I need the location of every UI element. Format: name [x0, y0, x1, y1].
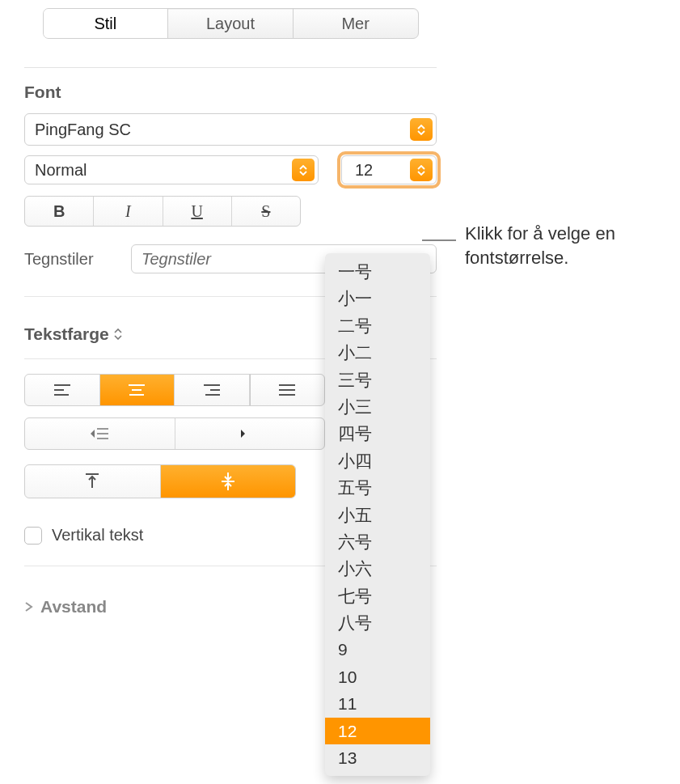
- font-size-option[interactable]: 八号: [325, 609, 430, 636]
- tab-mer[interactable]: Mer: [294, 9, 418, 38]
- font-weight-value: Normal: [35, 161, 292, 180]
- tab-layout[interactable]: Layout: [168, 9, 294, 38]
- font-size-option[interactable]: 9: [325, 636, 430, 663]
- dropdown-arrows-icon: [410, 159, 433, 181]
- vertical-text-label: Vertikal tekst: [52, 526, 143, 545]
- font-size-option[interactable]: 小六: [325, 555, 430, 582]
- horizontal-alignment-buttons: [24, 374, 325, 406]
- avstand-label[interactable]: Avstand: [40, 597, 107, 617]
- align-center-button[interactable]: [100, 375, 175, 405]
- text-style-buttons: B I U S: [24, 196, 301, 227]
- font-size-option[interactable]: 六号: [325, 528, 430, 555]
- font-size-option[interactable]: 五号: [325, 474, 430, 501]
- strikethrough-button[interactable]: S: [232, 197, 300, 226]
- valign-top-button[interactable]: [25, 465, 161, 498]
- font-size-dropdown[interactable]: 12: [341, 155, 437, 184]
- font-section-label: Font: [24, 83, 437, 102]
- font-size-option[interactable]: 小四: [325, 447, 430, 474]
- vertical-alignment-buttons: [24, 464, 296, 498]
- dropdown-arrows-icon: [410, 118, 433, 141]
- align-justify-button[interactable]: [250, 375, 325, 405]
- font-size-option[interactable]: 小一: [325, 285, 430, 311]
- dropdown-arrows-icon: [292, 159, 315, 181]
- align-right-button[interactable]: [175, 375, 250, 405]
- font-size-option[interactable]: 小五: [325, 502, 430, 528]
- font-weight-dropdown[interactable]: Normal: [24, 155, 319, 184]
- text-color-disclosure-icon[interactable]: [114, 328, 122, 340]
- underline-button[interactable]: U: [163, 197, 232, 226]
- tab-stil[interactable]: Stil: [44, 9, 169, 38]
- bold-button[interactable]: B: [25, 197, 94, 226]
- segmented-tabs: Stil Layout Mer: [43, 8, 419, 39]
- increase-indent-button[interactable]: [175, 418, 325, 449]
- font-size-menu[interactable]: 一号小一二号小二三号小三四号小四五号小五六号小六七号八号910111213: [325, 253, 430, 776]
- indent-buttons: [24, 417, 325, 450]
- valign-middle-button[interactable]: [161, 465, 296, 498]
- font-size-option[interactable]: 七号: [325, 583, 430, 609]
- callout-leader-line: [422, 239, 456, 241]
- font-size-option[interactable]: 一号: [325, 258, 430, 285]
- align-left-button[interactable]: [25, 375, 100, 405]
- font-size-option[interactable]: 10: [325, 663, 430, 690]
- font-size-option[interactable]: 11: [325, 690, 430, 717]
- text-color-label: Tekstfarge: [24, 324, 109, 344]
- vertical-text-checkbox[interactable]: [24, 527, 42, 545]
- font-size-option[interactable]: 三号: [325, 367, 430, 393]
- font-size-option[interactable]: 13: [325, 744, 430, 771]
- character-styles-label: Tegnstiler: [24, 250, 123, 269]
- callout-text: Klikk for å velge en fontstørrelse.: [465, 222, 667, 269]
- font-size-option[interactable]: 小三: [325, 393, 430, 420]
- font-size-option[interactable]: 二号: [325, 312, 430, 339]
- divider: [24, 67, 437, 68]
- font-family-dropdown[interactable]: PingFang SC: [24, 113, 437, 146]
- font-size-value: 12: [352, 161, 410, 180]
- italic-button[interactable]: I: [94, 197, 163, 226]
- font-size-option[interactable]: 12: [325, 718, 430, 744]
- font-family-value: PingFang SC: [35, 121, 410, 139]
- font-size-option[interactable]: 小二: [325, 339, 430, 366]
- chevron-right-icon[interactable]: [24, 602, 34, 612]
- font-size-option[interactable]: 四号: [325, 420, 430, 447]
- decrease-indent-button[interactable]: [25, 418, 175, 449]
